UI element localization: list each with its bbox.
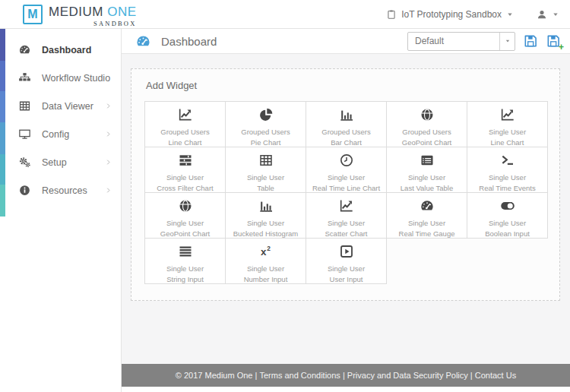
widget-single-user-string-input[interactable]: Single UserString Input: [144, 238, 226, 284]
brand-subtitle: SANDBOX: [93, 20, 137, 27]
widget-single-user-cross-filter-chart[interactable]: Single UserCross Filter Chart: [144, 147, 226, 193]
widget-label-line2: Boolean Input: [467, 229, 547, 239]
top-bar: M MEDIUM ONE SANDBOX IoT Prototyping San…: [0, 0, 570, 29]
panel-title: Add Widget: [146, 80, 547, 91]
user-menu[interactable]: [537, 9, 559, 20]
widget-label-line1: Single User: [145, 218, 225, 229]
widget-label-line1: Single User: [467, 172, 547, 183]
widget-single-user-real-time-events-stream[interactable]: Single UserReal Time Events Stream: [467, 147, 548, 193]
list-alt-icon: [420, 153, 435, 168]
widget-grouped-users-geopoint-chart[interactable]: Grouped UsersGeoPoint Chart: [386, 101, 467, 147]
footer-link-privacy-and-data-security-policy[interactable]: Privacy and Data Security Policy: [347, 371, 468, 380]
plus-badge: +: [559, 43, 564, 52]
gauge-icon: [420, 198, 435, 213]
widget-label-line1: Single User: [467, 127, 547, 138]
play-square-icon: [339, 244, 354, 259]
sidebar-item-label: Workflow Studio: [42, 73, 112, 84]
desktop-icon: [18, 128, 31, 141]
widget-label-line1: Single User: [467, 218, 547, 229]
brand-logo-mark: M: [23, 5, 43, 24]
line-chart-icon: [178, 107, 193, 122]
widget-single-user-last-value-table[interactable]: Single UserLast Value Table: [386, 147, 467, 193]
widget-label-line1: Single User: [145, 264, 225, 274]
dashboard-select-caret[interactable]: [499, 33, 515, 50]
widget-single-user-table[interactable]: Single UserTable: [225, 147, 306, 193]
widget-grouped-users-line-chart[interactable]: Grouped UsersLine Chart: [144, 101, 226, 147]
widget-single-user-geopoint-chart[interactable]: Single UserGeoPoint Chart: [144, 192, 226, 239]
sidebar-item-label: Config: [42, 129, 105, 140]
widget-label-line1: Single User: [306, 172, 386, 183]
gauge-icon: [18, 43, 31, 56]
footer-separator: |: [468, 371, 475, 380]
main-header: Dashboard Default +: [122, 29, 570, 54]
align-justify-icon: [178, 244, 193, 259]
user-icon: [537, 9, 547, 20]
content-area: Add Widget Grouped UsersLine ChartGroupe…: [122, 54, 570, 364]
widget-label-line1: Single User: [306, 218, 386, 229]
brand-name-secondary: ONE: [107, 5, 136, 19]
table-icon: [18, 100, 31, 112]
top-bar-right: IoT Prototyping Sandbox: [386, 9, 559, 20]
widget-label-line2: Real Time Gauge: [387, 229, 467, 239]
brand-logo: M MEDIUM ONE SANDBOX: [23, 5, 137, 27]
sidebar: DashboardWorkflow StudioData ViewerConfi…: [0, 29, 122, 392]
main-area: Dashboard Default + Add Widget: [122, 29, 570, 392]
info-icon: [18, 184, 31, 197]
dashboard-select-value: Default: [408, 36, 499, 46]
line-chart-icon: [339, 198, 354, 213]
widget-label-line2: String Input: [145, 274, 225, 285]
sidebar-item-dashboard[interactable]: Dashboard: [0, 36, 121, 64]
brand-name-primary: MEDIUM: [49, 5, 103, 19]
footer: © 2017 Medium One | Terms and Conditions…: [122, 364, 570, 387]
sidebar-item-resources[interactable]: Resources: [0, 176, 121, 204]
widget-single-user-boolean-input[interactable]: Single UserBoolean Input: [467, 192, 548, 239]
save-as-new-dashboard-button[interactable]: +: [546, 33, 561, 49]
widget-single-user-real-time-gauge[interactable]: Single UserReal Time Gauge: [386, 192, 467, 239]
widget-single-user-real-time-line-chart[interactable]: Single UserReal Time Line Chart: [306, 147, 387, 193]
footer-link-terms-and-conditions[interactable]: Terms and Conditions: [259, 371, 340, 380]
sidebar-item-config[interactable]: Config: [0, 120, 121, 148]
save-icon: [523, 33, 538, 49]
widget-label-line1: Single User: [387, 218, 467, 229]
line-chart-icon: [500, 107, 515, 122]
chevron-right-icon: [105, 131, 112, 138]
widget-label-line2: Number Input: [226, 274, 306, 285]
widget-single-user-user-input[interactable]: Single UserUser Input: [306, 238, 387, 284]
widget-label-line2: User Input: [306, 274, 386, 285]
sidebar-item-label: Data Viewer: [42, 101, 105, 112]
widget-single-user-bucketed-histogram[interactable]: Single UserBucketed Histogram: [225, 192, 306, 239]
bottom-strip: [122, 387, 570, 392]
sitemap-icon: [18, 71, 31, 84]
gauge-icon: [135, 33, 151, 49]
sidebar-item-label: Dashboard: [42, 45, 112, 55]
globe-icon: [420, 107, 435, 122]
tasks-icon: [178, 153, 193, 168]
footer-separator: |: [340, 371, 347, 380]
save-dashboard-button[interactable]: [523, 33, 538, 49]
brand-logo-letter: M: [27, 8, 37, 21]
footer-link-contact-us[interactable]: Contact Us: [475, 371, 516, 380]
clipboard-icon: [386, 9, 397, 20]
sidebar-item-label: Setup: [42, 157, 105, 168]
clock-icon: [339, 153, 354, 168]
widget-label-line1: Grouped Users: [226, 127, 306, 138]
workspace-menu[interactable]: IoT Prototyping Sandbox: [386, 9, 514, 20]
toggle-icon: [500, 198, 515, 213]
widget-single-user-line-chart[interactable]: Single UserLine Chart: [467, 101, 548, 147]
footer-separator: |: [252, 371, 259, 380]
widget-grouped-users-bar-chart[interactable]: Grouped UsersBar Chart: [306, 101, 387, 147]
sidebar-item-workflow-studio[interactable]: Workflow Studio: [0, 64, 121, 92]
globe-icon: [178, 198, 193, 213]
footer-copyright: © 2017 Medium One: [176, 371, 253, 380]
sidebar-item-setup[interactable]: Setup: [0, 148, 121, 176]
caret-down-icon: [552, 11, 559, 18]
pie-chart-icon: [258, 107, 274, 122]
caret-down-icon: [506, 11, 514, 18]
app-body: DashboardWorkflow StudioData ViewerConfi…: [0, 29, 570, 392]
dashboard-select[interactable]: Default: [407, 32, 515, 51]
widget-single-user-scatter-chart[interactable]: Single UserScatter Chart: [306, 192, 387, 239]
widget-grouped-users-pie-chart[interactable]: Grouped UsersPie Chart: [225, 101, 306, 147]
widget-label-line1: Single User: [226, 172, 306, 183]
sidebar-item-data-viewer[interactable]: Data Viewer: [0, 92, 121, 120]
widget-single-user-number-input[interactable]: Single UserNumber Input: [225, 238, 306, 284]
